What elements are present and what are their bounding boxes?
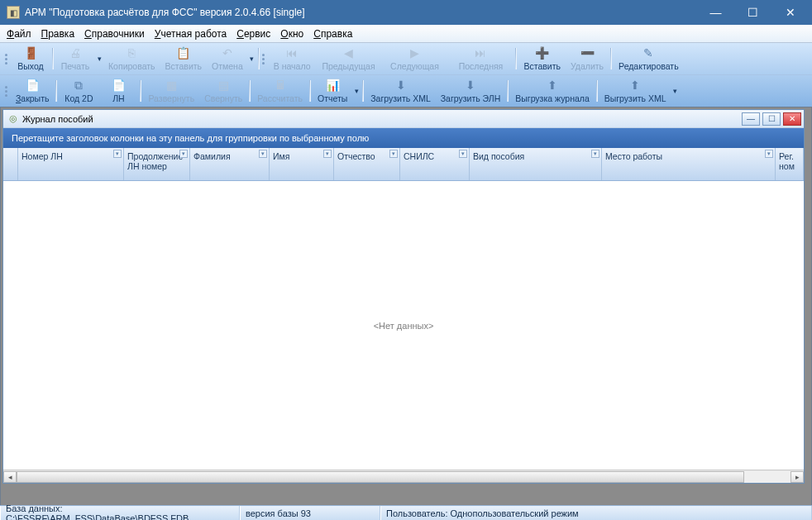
toolbar-row-2: 📄Закрыть ⧉Код 2D 📄ЛН ▦Развернуть ▤Сверну… [0, 74, 812, 107]
menu-file[interactable]: Файл [7, 28, 31, 40]
group-by-panel[interactable]: Перетащите заголовок колонки на эту пане… [3, 128, 804, 148]
titlebar: ◧ АРМ "Подготовка расчётов для ФСС" верс… [0, 0, 812, 25]
filter-icon[interactable]: ▾ [113, 150, 122, 158]
menu-edit[interactable]: Правка [41, 28, 75, 40]
prev-button[interactable]: ◀Предыдущая [315, 45, 381, 73]
menu-window[interactable]: Окно [280, 28, 303, 40]
filter-icon[interactable]: ▾ [765, 150, 773, 158]
door-icon: 🚪 [24, 46, 37, 60]
maximize-button[interactable]: ☐ [734, 1, 771, 24]
collapse-button[interactable]: ▤Свернуть [199, 77, 247, 105]
child-minimize-button[interactable]: — [742, 112, 760, 126]
expand-button[interactable]: ▦Развернуть [143, 77, 199, 105]
load-eln-button[interactable]: ⬇Загрузить ЭЛН [436, 77, 506, 105]
insert-button[interactable]: ➕Вставить [518, 45, 566, 73]
col-reg-number[interactable]: Рег. ном [776, 148, 804, 180]
journal-icon: ◎ [7, 113, 19, 125]
first-icon: ⏮ [285, 46, 299, 60]
toolbar-separator [55, 80, 57, 102]
scroll-left-button[interactable]: ◂ [3, 471, 17, 483]
import-icon: ⬇ [464, 79, 477, 92]
menu-help[interactable]: Справка [313, 28, 352, 40]
statusbar: База данных: C:\FSSRF\ARM_FSS\DataBase\B… [0, 505, 812, 520]
last-icon: ⏭ [474, 46, 487, 60]
filter-icon[interactable]: ▾ [591, 150, 599, 158]
reports-button[interactable]: 📊Отчеты [313, 77, 352, 105]
close-doc-icon: 📄 [26, 79, 39, 92]
col-ln-number[interactable]: Номер ЛН▾ [18, 148, 124, 180]
col-workplace[interactable]: Место работы▾ [602, 148, 776, 180]
toolbar-separator [52, 48, 54, 69]
export-icon: ⬆ [628, 79, 642, 92]
child-maximize-button[interactable]: ☐ [762, 112, 781, 126]
print-button[interactable]: 🖨Печать [55, 45, 95, 73]
col-continuation[interactable]: Продолжение ЛН номер▾ [124, 148, 190, 180]
filter-icon[interactable]: ▾ [389, 150, 398, 158]
undo-dropdown[interactable]: ▾ [248, 45, 256, 73]
export-xml-dropdown[interactable]: ▾ [671, 77, 680, 105]
child-close-button[interactable]: ✕ [783, 112, 801, 126]
export-xml-button[interactable]: ⬆Выгрузить XML [599, 77, 671, 105]
toolbar-grip[interactable] [3, 79, 8, 103]
collapse-icon: ▤ [217, 79, 230, 92]
load-xml-button[interactable]: ⬇Загрузить XML [365, 77, 435, 105]
barcode-icon: ⧉ [72, 79, 85, 92]
col-name[interactable]: Имя▾ [270, 148, 334, 180]
undo-icon: ↶ [221, 46, 234, 60]
minus-icon: ➖ [580, 46, 594, 60]
code2d-button[interactable]: ⧉Код 2D [59, 77, 98, 105]
paste-button[interactable]: 📋Вставить [160, 45, 208, 73]
minimize-button[interactable]: — [697, 1, 734, 24]
toolbar-separator [258, 48, 260, 69]
scroll-track[interactable] [17, 471, 791, 483]
report-icon: 📊 [326, 79, 339, 92]
scroll-right-button[interactable]: ▸ [791, 471, 804, 483]
toolbar-area: 🚪Выход 🖨Печать ▾ ⎘Копировать 📋Вставить ↶… [0, 43, 812, 107]
scroll-thumb[interactable] [17, 471, 744, 483]
close-button[interactable]: ✕ [771, 1, 809, 24]
copy-button[interactable]: ⎘Копировать [103, 45, 160, 73]
journal-window: ◎ Журнал пособий — ☐ ✕ Перетащите заголо… [2, 109, 805, 484]
reports-dropdown[interactable]: ▾ [352, 77, 361, 105]
toolbar-grip[interactable] [261, 46, 266, 71]
menu-accounting[interactable]: Учетная работа [155, 28, 227, 40]
col-patronymic[interactable]: Отчество▾ [334, 148, 400, 180]
last-button[interactable]: ⏭Последняя [447, 45, 513, 73]
printer-icon: 🖨 [69, 46, 82, 60]
journal-titlebar[interactable]: ◎ Журнал пособий — ☐ ✕ [3, 110, 804, 128]
toolbar-separator [507, 80, 509, 102]
export-log-button[interactable]: ⬆Выгрузка журнала [510, 77, 594, 105]
ln-button[interactable]: 📄ЛН [98, 77, 138, 105]
first-button[interactable]: ⏮В начало [269, 45, 316, 73]
toolbar-separator [309, 80, 311, 102]
status-db: База данных: C:\FSSRF\ARM_FSS\DataBase\B… [0, 506, 240, 520]
col-benefit-type[interactable]: Вид пособия▾ [470, 148, 602, 180]
filter-icon[interactable]: ▾ [179, 150, 188, 158]
copy-icon: ⎘ [125, 46, 138, 60]
filter-icon[interactable]: ▾ [323, 150, 332, 158]
menu-references[interactable]: Справочники [84, 28, 145, 40]
expand-icon: ▦ [165, 79, 178, 92]
pencil-icon: ✎ [642, 46, 655, 60]
toolbar-separator [515, 48, 517, 69]
next-button[interactable]: ▶Следующая [381, 45, 447, 73]
delete-button[interactable]: ➖Удалить [566, 45, 609, 73]
print-dropdown[interactable]: ▾ [95, 45, 103, 73]
col-surname[interactable]: Фамилия▾ [190, 148, 270, 180]
grid-body[interactable]: <Нет данных> [3, 181, 804, 470]
close-child-button[interactable]: 📄Закрыть [11, 77, 54, 105]
grid-header: Номер ЛН▾ Продолжение ЛН номер▾ Фамилия▾… [3, 148, 804, 181]
filter-icon[interactable]: ▾ [459, 150, 467, 158]
calc-button[interactable]: 🖩Рассчитать [252, 77, 308, 105]
filter-icon[interactable]: ▾ [259, 150, 267, 158]
undo-button[interactable]: ↶Отмена [207, 45, 248, 73]
toolbar-grip[interactable] [3, 46, 8, 71]
col-snils[interactable]: СНИЛС▾ [400, 148, 470, 180]
exit-button[interactable]: 🚪Выход [11, 45, 50, 73]
row-indicator-header [3, 148, 18, 180]
toolbar-separator [596, 80, 598, 102]
horizontal-scrollbar[interactable]: ◂ ▸ [3, 470, 804, 483]
menu-service[interactable]: Сервис [236, 28, 270, 40]
edit-record-button[interactable]: ✎Редактировать [614, 45, 684, 73]
status-db-version: версия базы 93 [240, 506, 380, 520]
